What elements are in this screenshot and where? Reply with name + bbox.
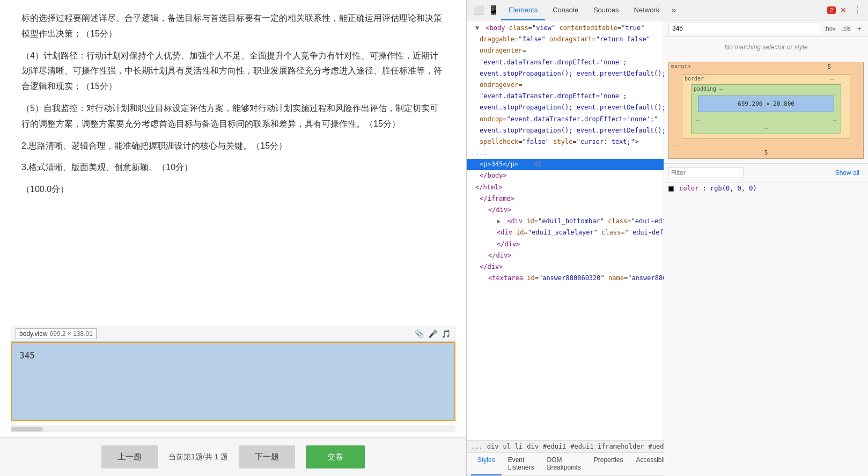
html-panel[interactable]: ▼ <body class="view" contenteditable="tr… [467, 20, 664, 440]
content-paragraph-6: （100.0分） [21, 182, 445, 197]
breadcrumb-ellipsis[interactable]: ... [471, 443, 483, 450]
html-line[interactable]: </div> [467, 261, 664, 273]
padding-label: padding – [694, 86, 723, 92]
content-paragraph-1: 标的选择过程要阐述详尽、合乎逻辑，备选目标与首选目标要有一定的相关联系性，能正确… [21, 11, 445, 42]
tab-console[interactable]: Console [545, 0, 586, 20]
more-tabs-button[interactable]: » [667, 5, 680, 15]
breadcrumb-ueditor[interactable]: #ueditor_0 [649, 443, 664, 450]
html-line[interactable]: <textarea id="answer880860320" name="ans… [467, 273, 664, 284]
margin-label: margin [671, 63, 690, 69]
margin-bottom-val: 5 [764, 149, 768, 156]
tab-elements[interactable]: Elements [501, 0, 545, 20]
show-all-link[interactable]: Show all [831, 167, 864, 179]
breadcrumb-div-1[interactable]: div [487, 443, 499, 450]
breadcrumb-bar: ... div ul li div #edui1 #edui1_iframeho… [467, 440, 664, 453]
breadcrumb-ul[interactable]: ul [503, 443, 510, 450]
html-line[interactable]: event.stopPropagation(); event.preventDe… [467, 102, 664, 113]
padding-left: – [696, 116, 700, 123]
html-line[interactable]: </html> [467, 182, 664, 193]
inspect-icon[interactable]: ⬜ [471, 3, 486, 17]
tab-network[interactable]: Network [627, 0, 667, 20]
html-line[interactable]: event.stopPropagation(); event.preventDe… [467, 125, 664, 136]
styles-filter-bar: :hov .cls + [664, 20, 868, 37]
html-line[interactable]: <div id="edui1_scalelayer" class=" edui-… [467, 227, 664, 238]
styles-content: No matching selector or style margin 5 b… [664, 37, 868, 476]
breadcrumb-edui1[interactable]: #edui1 [543, 443, 566, 450]
html-line[interactable]: "event.dataTransfer.dropEffect='none'; [467, 57, 664, 68]
html-line[interactable]: ondrop="event.dataTransfer.dropEffect='n… [467, 114, 664, 125]
content-paragraph-5: 3.格式清晰、版面美观、创意新颖。（10分） [21, 160, 445, 175]
answer-input-wrapper: 345 [11, 342, 455, 421]
content-paragraph-2: （4）计划路径：行动计划对保持个人优势、加强个人不足、全面提升个人竞争力有针对性… [21, 48, 445, 94]
html-line[interactable]: ▼ <body class="view" contenteditable="tr… [467, 23, 664, 34]
attachment-icon[interactable]: 📎 [415, 329, 424, 338]
subtab-properties[interactable]: Properties [587, 453, 630, 475]
settings-icon[interactable]: ⋮ [851, 3, 864, 17]
content-paragraph-4: 2.思路清晰、逻辑合理，能准确把握职涯设计的核心与关键。（15分） [21, 138, 445, 154]
filter-input[interactable] [668, 167, 744, 178]
border-label: border [685, 76, 704, 82]
html-line[interactable]: </iframe> [467, 193, 664, 204]
breadcrumb-li[interactable]: li [515, 443, 523, 450]
content-area: 标的选择过程要阐述详尽、合乎逻辑，备选目标与首选目标要有一定的相关联系性，能正确… [0, 0, 466, 326]
next-button[interactable]: 下一题 [239, 445, 295, 468]
cls-button[interactable]: .cls [840, 24, 853, 33]
breadcrumb-iframeholder[interactable]: #edui1_iframeholder [570, 443, 644, 450]
breadcrumb-div-2[interactable]: div [527, 443, 539, 450]
prop-name: color [679, 185, 698, 192]
html-line[interactable]: ondragover= [467, 79, 664, 91]
devtools-actions: 2 ✕ ⋮ [827, 3, 864, 17]
html-line[interactable]: draggable="false" ondragstart="return fa… [467, 34, 664, 45]
color-property: color : rgb(0, 0, 0) [664, 182, 868, 194]
device-icon[interactable]: 📱 [486, 3, 501, 17]
html-line[interactable]: ondragenter= [467, 45, 664, 56]
subtab-accessibility[interactable]: Accessibility [629, 453, 664, 475]
content-paragraph-3: （5）自我监控：对行动计划和职业目标设定评估方案，能够对行动计划实施过程和风险作… [21, 101, 445, 132]
html-line[interactable]: "event.dataTransfer.dropEffect='none'; [467, 91, 664, 102]
music-icon[interactable]: 🎵 [442, 329, 451, 338]
hov-button[interactable]: :hov [822, 24, 838, 33]
prop-value: rgb(0, 0, 0) [710, 185, 757, 192]
html-line-selected[interactable]: <p>345</p> == $0 [467, 159, 664, 170]
devtools-main: ▼ <body class="view" contenteditable="tr… [467, 20, 868, 476]
horizontal-scrollbar[interactable] [11, 426, 455, 432]
submit-button[interactable]: 交卷 [306, 445, 365, 468]
subtab-event-listeners[interactable]: Event Listeners [502, 453, 541, 475]
padding-right: – [833, 116, 836, 123]
html-line[interactable]: ▶ <div id="edui1_bottombar" class="edui-… [467, 216, 664, 227]
subtab-styles[interactable]: Styles [471, 453, 502, 475]
styles-empty-message: No matching selector or style [664, 37, 868, 57]
page-info: 当前第1题/共 1 题 [168, 452, 228, 462]
left-panel: 标的选择过程要阐述详尽、合乎逻辑，备选目标与首选目标要有一定的相关联系性，能正确… [0, 0, 467, 476]
answer-section: body.view 699.2 × 138.01 📎 🎤 🎵 345 [0, 326, 466, 437]
html-line[interactable]: </div> [467, 239, 664, 250]
content-size: 699.200 × 20.800 [738, 100, 795, 107]
answer-textarea[interactable]: 345 [17, 348, 449, 413]
microphone-icon[interactable]: 🎤 [428, 329, 437, 338]
styles-panel: :hov .cls + No matching selector or styl… [664, 20, 868, 476]
prev-button[interactable]: 上一题 [101, 445, 158, 468]
subtabs: Styles Event Listeners DOM Breakpoints P… [467, 453, 664, 476]
devtools-tabbar: ⬜ 📱 Elements Console Sources Network » 2… [467, 0, 868, 20]
html-line[interactable]: spellcheck="false" style="cursor: text;"… [467, 136, 664, 148]
expand-icon: ▶ [497, 216, 503, 226]
margin-left: – [673, 141, 677, 148]
box-model-area: margin 5 border – padding – [664, 57, 868, 164]
color-swatch[interactable] [668, 186, 674, 192]
styles-filter-input[interactable] [668, 23, 820, 34]
html-line[interactable]: ... [467, 148, 664, 159]
devtools-panel: ⬜ 📱 Elements Console Sources Network » 2… [467, 0, 868, 476]
tooltip-tag-name: body.view [19, 330, 47, 338]
tooltip-tag: body.view 699.2 × 138.01 [16, 328, 97, 339]
margin-value-top: 5 [827, 63, 831, 70]
html-line[interactable]: event.stopPropagation(); event.preventDe… [467, 68, 664, 79]
toolbar-icons: 📎 🎤 🎵 [415, 329, 451, 338]
tab-sources[interactable]: Sources [586, 0, 627, 20]
html-line[interactable]: </div> [467, 204, 664, 216]
padding-bottom: – [764, 125, 768, 131]
html-line[interactable]: </div> [467, 250, 664, 261]
html-line[interactable]: </body> [467, 170, 664, 181]
filter-section: Show all [664, 164, 868, 182]
subtab-dom-breakpoints[interactable]: DOM Breakpoints [540, 453, 587, 475]
add-style-button[interactable]: + [855, 23, 864, 34]
